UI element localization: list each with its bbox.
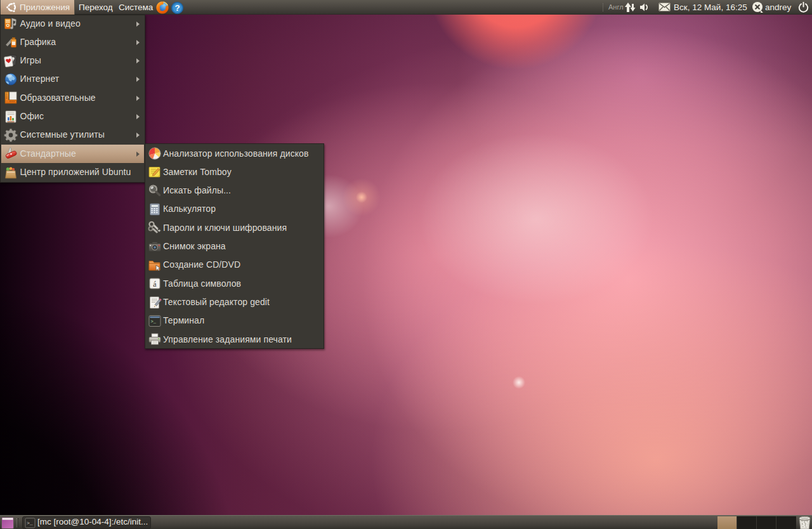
svg-text:á: á [153, 280, 157, 289]
svg-text:?: ? [174, 3, 180, 13]
svg-text:>_: >_ [27, 520, 33, 526]
svg-text:>_: >_ [150, 318, 156, 323]
